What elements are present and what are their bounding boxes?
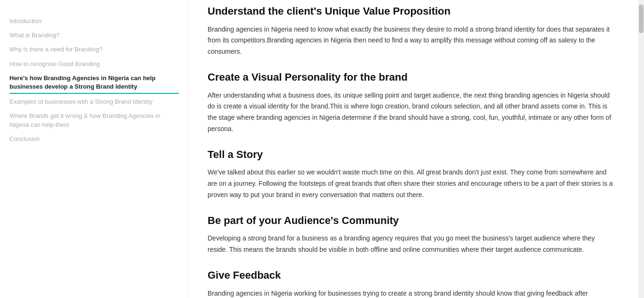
article-section-3: Be part of your Audience's CommunityDeve…	[208, 214, 616, 256]
sidebar-item-7[interactable]: Conclusion	[9, 132, 179, 146]
section-body-0: Branding agencies in Nigeria need to kno…	[208, 24, 616, 58]
scrollbar-track[interactable]	[638, 0, 644, 298]
section-heading-3: Be part of your Audience's Community	[208, 214, 616, 228]
section-body-3: Developing a strong brand for a business…	[208, 233, 616, 256]
section-heading-2: Tell a Story	[208, 148, 616, 162]
sidebar-item-4[interactable]: Here's how Branding Agencies in Nigeria …	[9, 71, 179, 94]
section-heading-1: Create a Visual Personality for the bran…	[208, 71, 616, 84]
sidebar-item-0[interactable]: Introduction	[9, 14, 179, 28]
section-body-4: Branding agencies in Nigeria working for…	[208, 288, 616, 298]
article-section-4: Give FeedbackBranding agencies in Nigeri…	[208, 269, 616, 298]
sidebar-item-1[interactable]: What is Branding?	[9, 28, 179, 42]
sidebar: IntroductionWhat is Branding?Why is ther…	[0, 0, 189, 298]
section-heading-0: Understand the client's Unique Value Pro…	[208, 5, 616, 18]
sidebar-item-6[interactable]: Where Brands get it wrong & how Branding…	[9, 109, 179, 132]
sidebar-item-5[interactable]: Examples of businesses with a Strong Bra…	[9, 95, 179, 109]
sidebar-item-2[interactable]: Why is there a need for Branding?	[9, 42, 179, 57]
article-section-1: Create a Visual Personality for the bran…	[208, 71, 616, 135]
main-content: Understand the client's Unique Value Pro…	[189, 0, 638, 298]
section-body-2: We've talked about this earlier so we wo…	[208, 167, 616, 200]
section-body-1: After understanding what a business does…	[208, 90, 616, 135]
sidebar-item-3[interactable]: How to recognise Good Branding	[9, 57, 179, 71]
article-sections: Understand the client's Unique Value Pro…	[208, 5, 616, 298]
article-section-0: Understand the client's Unique Value Pro…	[208, 5, 616, 58]
sidebar-header	[9, 6, 179, 8]
sidebar-nav: IntroductionWhat is Branding?Why is ther…	[9, 14, 179, 146]
section-heading-4: Give Feedback	[208, 269, 616, 282]
article-section-2: Tell a StoryWe've talked about this earl…	[208, 148, 616, 201]
scrollbar-thumb[interactable]	[639, 5, 644, 33]
